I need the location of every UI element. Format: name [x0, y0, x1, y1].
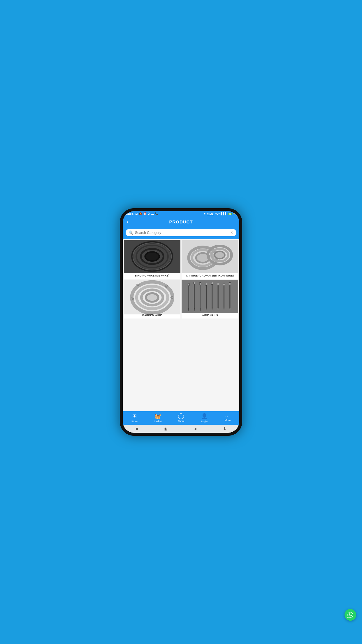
charging-icon: ⚡ [233, 212, 236, 215]
svg-rect-41 [212, 284, 212, 308]
nav-more[interactable]: ··· More [220, 414, 235, 422]
about-icon: i [178, 413, 184, 419]
svg-rect-50 [230, 285, 230, 308]
svg-rect-29 [188, 286, 189, 308]
nav-about-label: About [178, 420, 184, 423]
product-card-wire-nails[interactable]: WIRE NAILS [182, 280, 238, 318]
signal-icon: ▋▋▋ [221, 212, 227, 215]
nav-about[interactable]: i About [174, 413, 188, 423]
android-recent-btn[interactable]: ■ [136, 426, 138, 431]
network-icon: 4G+ [215, 212, 220, 215]
search-bar-container: 🔍 ✕ [123, 227, 239, 239]
svg-rect-44 [218, 285, 218, 307]
phone-icon: 📞 [155, 212, 158, 215]
svg-rect-37 [205, 283, 207, 285]
product-label-gi-wire: G I WIRE (GALVANIZED IRON WIRE) [185, 272, 235, 279]
nav-login-label: Login [201, 420, 208, 423]
search-input[interactable] [135, 231, 229, 235]
vpn-icon: ▬ [151, 212, 154, 215]
product-card-gi-wire[interactable]: G I WIRE (GALVANIZED IRON WIRE) [182, 240, 238, 279]
basket-icon: 🧺 [154, 413, 161, 419]
svg-rect-49 [229, 282, 231, 285]
mute-icon: 🔕 [139, 212, 142, 215]
product-card-binding-wire[interactable]: BINDING WIRE (MS WIRE) [124, 240, 180, 279]
svg-rect-43 [217, 283, 219, 285]
status-left: 11:58 AM 🔕 ⏰ ⏱ ▬ 📞 [126, 212, 158, 215]
product-image-barbed-wire [124, 280, 180, 312]
alarm-icon: ⏰ [143, 212, 146, 215]
android-download-btn[interactable]: ⬇ [223, 426, 226, 431]
more-icon: ··· [225, 414, 230, 418]
product-card-barbed-wire[interactable]: BARBED WIRE [124, 280, 180, 318]
product-image-gi-wire [182, 240, 238, 272]
app-header: ‹ PRODUCT [123, 216, 239, 227]
svg-point-13 [215, 251, 225, 259]
search-icon: 🔍 [129, 230, 133, 235]
nav-store-label: Store [131, 420, 138, 423]
bottom-nav: ⊞ Store 🧺 Basket i About 👤 Login ··· Mor… [123, 411, 239, 425]
nav-basket[interactable]: 🧺 Basket [150, 413, 165, 423]
product-grid: BINDING WIRE (MS WIRE) G I [123, 239, 239, 411]
product-label-barbed-wire: BARBED WIRE [141, 312, 163, 318]
nav-basket-label: Basket [154, 420, 162, 423]
svg-rect-32 [194, 284, 195, 308]
login-icon: 👤 [201, 413, 208, 419]
svg-point-18 [146, 293, 159, 302]
product-image-wire-nails [182, 280, 238, 312]
svg-rect-34 [199, 282, 201, 285]
back-button[interactable]: ‹ [127, 219, 129, 225]
battery-level: 88 [228, 213, 232, 215]
nav-login[interactable]: 👤 Login [197, 413, 212, 423]
nav-more-label: More [225, 419, 231, 422]
phone-frame: 11:58 AM 🔕 ⏰ ⏱ ▬ 📞 ✦ VoLTE 4G+ ▋▋▋ 88 ⚡ … [120, 208, 242, 436]
svg-rect-40 [211, 282, 213, 284]
product-label-binding-wire: BINDING WIRE (MS WIRE) [134, 272, 171, 279]
volte-icon: VoLTE [207, 213, 214, 215]
android-home-btn[interactable]: ◉ [164, 426, 167, 431]
phone-screen: 11:58 AM 🔕 ⏰ ⏱ ▬ 📞 ✦ VoLTE 4G+ ▋▋▋ 88 ⚡ … [123, 211, 239, 433]
nav-store[interactable]: ⊞ Store [127, 413, 142, 423]
android-back-btn[interactable]: ◄ [193, 426, 197, 431]
android-nav-bar: ■ ◉ ◄ ⬇ [123, 425, 239, 433]
page-title: PRODUCT [169, 219, 193, 224]
svg-rect-35 [200, 285, 201, 308]
time: 11:58 AM [126, 212, 138, 215]
status-right: ✦ VoLTE 4G+ ▋▋▋ 88 ⚡ [203, 212, 236, 215]
svg-rect-31 [194, 282, 195, 284]
search-bar: 🔍 ✕ [126, 229, 236, 236]
clear-icon[interactable]: ✕ [230, 230, 233, 235]
svg-point-4 [145, 252, 159, 261]
product-label-wire-nails: WIRE NAILS [201, 312, 219, 318]
svg-rect-38 [206, 285, 206, 308]
bluetooth-icon: ✦ [203, 212, 206, 215]
store-icon: ⊞ [132, 413, 137, 419]
svg-rect-46 [223, 283, 225, 286]
sync-icon: ⏱ [147, 212, 150, 215]
product-image-binding-wire [124, 240, 180, 272]
svg-rect-47 [224, 286, 224, 308]
svg-rect-28 [188, 283, 189, 286]
status-bar: 11:58 AM 🔕 ⏰ ⏱ ▬ 📞 ✦ VoLTE 4G+ ▋▋▋ 88 ⚡ [123, 211, 239, 216]
